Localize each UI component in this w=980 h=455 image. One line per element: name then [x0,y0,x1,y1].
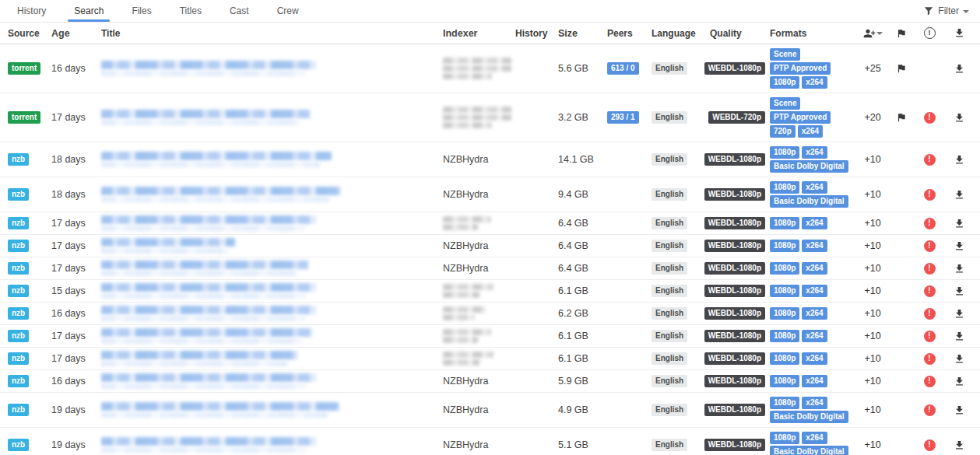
tab-cast[interactable]: Cast [220,0,258,22]
size-cell: 3.2 GB [558,112,607,123]
quality-badge: WEBDL-1080p [704,307,765,320]
source-badge: nzb [8,153,29,166]
download-icon[interactable] [954,404,965,416]
redacted-title [101,328,313,344]
download-icon[interactable] [954,353,965,365]
language-cell: English [652,188,710,201]
alert-icon[interactable]: ! [924,285,936,297]
tab-history[interactable]: History [8,0,55,22]
download-cell [944,189,980,201]
format-badge: Scene [770,48,800,61]
age-label: 17 days [51,218,86,229]
age-cell: 17 days [51,218,101,229]
download-icon[interactable] [954,112,965,124]
format-badge: x264 [802,262,827,275]
download-icon[interactable] [954,308,965,320]
custom-format-score: +10 [864,263,880,274]
download-icon[interactable] [954,154,965,166]
alert-icon[interactable]: ! [924,308,936,320]
table-row: nzb 17 days NZBHydra 6.4 GB English WEBD… [0,235,980,257]
alert-icon[interactable]: ! [924,263,936,275]
redacted-title-line2 [101,162,320,167]
quality-badge: WEBDL-1080p [704,404,765,416]
alert-icon[interactable]: ! [924,376,936,387]
indexer-label: NZBHydra [443,376,488,387]
header-source[interactable]: Source [0,28,51,39]
header-title[interactable]: Title [101,28,443,39]
age-cell: 15 days [51,285,101,296]
score-cell: +10 [857,376,888,387]
filter-button[interactable]: Filter [923,0,969,22]
header-indexer[interactable]: Indexer [443,28,515,39]
header-alert[interactable]: ! [915,27,944,39]
alert-icon[interactable]: ! [924,154,936,166]
redacted-title [101,152,332,167]
download-icon[interactable] [954,285,965,297]
tab-bar: History Search Files Titles Cast Crew Fi… [0,0,980,23]
custom-format-score: +10 [864,218,880,229]
formats-cell: 1080px264 [770,216,857,230]
quality-cell: WEBDL-1080p [710,285,770,297]
format-badge: x264 [802,432,827,444]
alert-icon[interactable]: ! [924,439,936,451]
source-cell: nzb [0,439,51,451]
header-language[interactable]: Language [652,28,710,39]
format-badge: 1080p [770,285,799,297]
score-cell: +10 [857,263,888,274]
custom-format-score: +10 [864,404,880,415]
alert-icon[interactable]: ! [924,240,936,252]
download-icon[interactable] [954,240,965,252]
table-row: nzb 16 days NZBHydra 5.9 GB English WEBD… [0,370,980,393]
alert-icon[interactable]: ! [924,353,936,365]
alert-icon[interactable]: ! [924,331,936,342]
format-badge: x264 [802,146,827,159]
flag-icon [896,28,907,39]
age-label: 19 days [51,404,86,415]
flag-cell [888,63,915,74]
download-icon[interactable] [954,189,965,201]
download-icon[interactable] [954,439,965,451]
age-label: 17 days [51,331,86,341]
language-cell: English [652,240,710,252]
download-icon[interactable] [954,263,965,275]
source-cell: nzb [0,153,51,166]
redacted-indexer [443,58,511,79]
header-download[interactable] [944,27,980,39]
tab-files[interactable]: Files [122,0,160,22]
tab-search[interactable]: Search [65,0,113,22]
header-history[interactable]: History [515,28,558,39]
table-row: nzb 19 days NZBHydra 4.9 GB English WEBD… [0,393,980,428]
quality-badge: WEBDL-1080p [704,188,765,201]
title-cell [101,373,443,389]
alert-icon[interactable]: ! [924,112,936,124]
header-size[interactable]: Size [558,28,607,39]
format-badge: x264 [802,240,827,252]
age-label: 18 days [51,189,86,200]
tab-titles[interactable]: Titles [170,0,211,22]
redacted-title-line2 [101,293,305,299]
header-custom-format-score[interactable] [857,27,888,40]
indexer-label: NZBHydra [443,154,488,165]
download-icon[interactable] [954,218,965,229]
redacted-title [101,373,316,389]
download-icon[interactable] [954,331,965,342]
redacted-title [101,110,310,125]
redacted-title-line2 [101,271,298,276]
header-flag[interactable] [888,28,915,39]
language-cell: English [652,375,710,387]
format-badges: 1080px264 [770,374,830,388]
header-formats[interactable]: Formats [770,28,857,39]
alert-icon[interactable]: ! [924,218,936,229]
alert-icon[interactable]: ! [924,189,936,201]
header-quality[interactable]: Quality [710,28,770,39]
header-age[interactable]: Age [51,28,101,39]
header-peers[interactable]: Peers [607,28,652,39]
age-cell: 17 days [51,331,101,341]
alert-icon[interactable]: ! [924,404,936,416]
format-badges: 1080px264 [770,329,830,343]
tab-crew[interactable]: Crew [268,0,308,22]
language-badge: English [652,62,687,75]
download-icon[interactable] [954,63,965,75]
format-badge: x264 [802,375,827,387]
download-icon[interactable] [954,376,965,387]
